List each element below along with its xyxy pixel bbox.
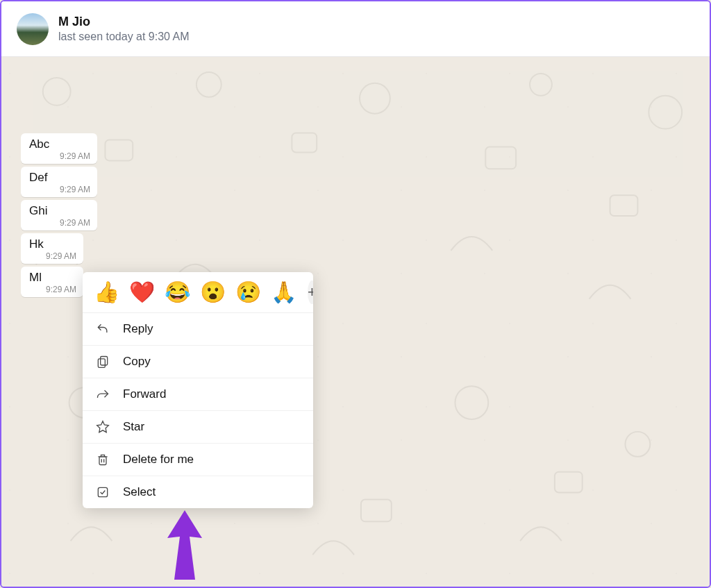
select-icon: [95, 485, 110, 499]
message-row: Ghi 9:29 AM: [21, 200, 710, 230]
menu-select[interactable]: Select: [83, 476, 313, 508]
message-text: Abc: [29, 137, 49, 151]
reaction-laugh[interactable]: 😂: [165, 282, 190, 303]
reaction-more-button[interactable]: +: [308, 280, 313, 304]
plus-icon: +: [308, 285, 313, 300]
svg-point-11: [455, 386, 488, 419]
menu-item-label: Forward: [123, 387, 166, 401]
svg-point-2: [360, 83, 390, 114]
chat-area: Abc 9:29 AM Def 9:29 AM Ghi 9:29 AM Hk 9…: [1, 57, 710, 587]
menu-item-label: Star: [123, 420, 144, 434]
menu-item-label: Copy: [123, 355, 151, 369]
message-text: Ml: [29, 271, 42, 284]
message-bubble[interactable]: Def 9:29 AM: [21, 167, 97, 197]
message-time: 9:29 AM: [46, 285, 76, 294]
message-row: Hk 9:29 AM: [21, 233, 710, 264]
reaction-sad[interactable]: 😢: [235, 282, 261, 303]
reaction-bar: 👍 ❤️ 😂 😮 😢 🙏 +: [83, 272, 313, 313]
message-time: 9:29 AM: [60, 218, 90, 228]
menu-item-label: Select: [123, 485, 156, 499]
svg-rect-19: [98, 487, 107, 496]
message-bubble[interactable]: Hk 9:29 AM: [21, 233, 83, 264]
contact-info: M Jio last seen today at 9:30 AM: [58, 15, 190, 43]
star-icon: [95, 420, 110, 434]
svg-rect-15: [555, 472, 583, 493]
svg-rect-17: [98, 359, 105, 368]
svg-point-12: [625, 432, 650, 457]
message-bubble[interactable]: Ml 9:29 AM: [21, 267, 83, 297]
svg-point-1: [196, 72, 221, 97]
svg-point-3: [530, 74, 552, 96]
message-time: 9:29 AM: [60, 185, 90, 194]
message-row: Def 9:29 AM: [21, 167, 710, 197]
svg-point-4: [649, 96, 682, 129]
svg-rect-16: [101, 357, 108, 366]
reaction-thumbs-up[interactable]: 👍: [94, 282, 119, 303]
reaction-pray[interactable]: 🙏: [271, 282, 296, 303]
forward-icon: [95, 387, 110, 401]
reaction-wow[interactable]: 😮: [200, 282, 226, 303]
menu-star[interactable]: Star: [83, 411, 313, 444]
svg-rect-14: [361, 499, 392, 521]
avatar[interactable]: [17, 13, 49, 45]
menu-forward[interactable]: Forward: [83, 378, 313, 411]
message-bubble[interactable]: Abc 9:29 AM: [21, 133, 97, 164]
message-text: Def: [29, 171, 47, 184]
copy-icon: [95, 355, 110, 369]
svg-point-0: [43, 78, 71, 106]
message-time: 9:29 AM: [60, 151, 90, 161]
cursor-annotation: [160, 510, 209, 588]
message-text: Hk: [29, 237, 44, 251]
message-bubble[interactable]: Ghi 9:29 AM: [21, 200, 97, 230]
trash-icon: [95, 453, 110, 467]
svg-rect-18: [99, 457, 106, 465]
reply-icon: [95, 322, 110, 336]
contact-status: last seen today at 9:30 AM: [58, 31, 190, 43]
menu-item-label: Reply: [123, 322, 153, 336]
contact-name: M Jio: [58, 15, 190, 29]
menu-item-label: Delete for me: [123, 453, 194, 467]
reaction-heart[interactable]: ❤️: [129, 282, 155, 303]
menu-delete[interactable]: Delete for me: [83, 444, 313, 476]
message-time: 9:29 AM: [46, 251, 76, 261]
message-row: Abc 9:29 AM: [21, 133, 710, 164]
message-context-menu: 👍 ❤️ 😂 😮 😢 🙏 + Reply Copy: [83, 272, 313, 508]
message-text: Ghi: [29, 204, 47, 217]
menu-copy[interactable]: Copy: [83, 346, 313, 378]
menu-reply[interactable]: Reply: [83, 313, 313, 346]
chat-header[interactable]: M Jio last seen today at 9:30 AM: [1, 1, 710, 57]
